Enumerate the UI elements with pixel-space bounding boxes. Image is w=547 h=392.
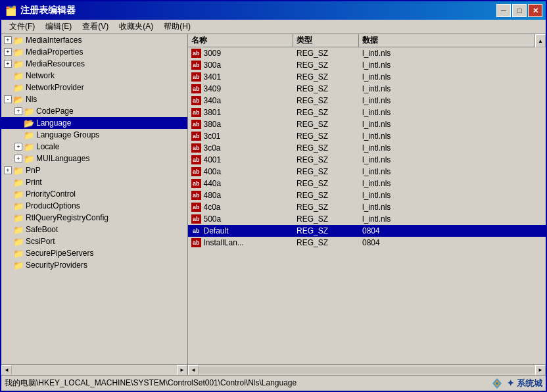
left-container: + 📁 MediaInterfaces + 📁 MediaProperties … <box>1 34 188 375</box>
expand-pnp[interactable]: + <box>4 166 12 174</box>
tree-item-secure-pipe[interactable]: 📁 SecurePipeServers <box>1 247 187 259</box>
scroll-right-btn[interactable]: ► <box>177 365 187 376</box>
reg-name: 4c0a <box>204 203 221 212</box>
reg-data: l_intl.nls <box>359 190 546 201</box>
menu-help[interactable]: 帮助(H) <box>158 20 196 34</box>
reg-row-4c0a[interactable]: ab4c0a REG_SZ l_intl.nls <box>188 201 546 213</box>
col-header-type: 类型 <box>293 34 359 47</box>
reg-row-3009[interactable]: ab3009 REG_SZ l_intl.nls <box>188 47 546 59</box>
reg-row-440a[interactable]: ab440a REG_SZ l_intl.nls <box>188 178 546 189</box>
menu-favorites[interactable]: 收藏夹(A) <box>114 20 158 34</box>
menu-bar: 文件(F) 编辑(E) 查看(V) 收藏夹(A) 帮助(H) <box>1 20 546 34</box>
reg-type: REG_SZ <box>293 237 359 248</box>
reg-data: l_intl.nls <box>359 95 546 106</box>
tree-item-security-providers[interactable]: 📁 SecurityProviders <box>1 259 187 271</box>
tree-item-codepage[interactable]: + 📁 CodePage <box>1 105 187 117</box>
reg-row-3409[interactable]: ab3409 REG_SZ l_intl.nls <box>188 83 546 95</box>
reg-data: l_intl.nls <box>359 84 546 94</box>
tree-item-muilanguages[interactable]: + 📁 MUILanguages <box>1 153 187 164</box>
col-header-name: 名称 <box>188 34 293 47</box>
tree-item-network-provider[interactable]: 📁 NetworkProvider <box>1 82 187 93</box>
reg-icon: ab <box>191 72 201 82</box>
tree-item-network[interactable]: 📁 Network <box>1 70 187 82</box>
tree-label: MUILanguages <box>36 154 89 163</box>
reg-row-3c01[interactable]: ab3c01 REG_SZ l_intl.nls <box>188 130 546 142</box>
tree-item-language[interactable]: 📂 Language <box>1 117 187 129</box>
close-button[interactable]: ✕ <box>528 4 542 17</box>
expand-locale[interactable]: + <box>14 143 22 151</box>
tree-item-locale[interactable]: + 📁 Locale <box>1 141 187 153</box>
scroll-left-btn[interactable]: ◄ <box>1 365 12 376</box>
reg-row-380a[interactable]: ab380a REG_SZ l_intl.nls <box>188 118 546 130</box>
folder-icon: 📁 <box>13 178 24 187</box>
tree-label: ProductOptions <box>26 201 80 210</box>
tree-item-rtl-query[interactable]: 📁 RtlQueryRegistryConfig <box>1 212 187 224</box>
menu-edit[interactable]: 编辑(E) <box>40 20 77 34</box>
tree-item-media-properties[interactable]: + 📁 MediaProperties <box>1 46 187 58</box>
reg-data: l_intl.nls <box>359 202 546 212</box>
scroll-left-right-btn[interactable]: ◄ <box>188 365 199 376</box>
tree-label: Locale <box>36 142 59 151</box>
right-hscroll[interactable]: ◄ ► <box>188 364 546 375</box>
window-controls: ─ □ ✕ <box>496 4 542 17</box>
reg-row-300a[interactable]: ab300a REG_SZ l_intl.nls <box>188 59 546 71</box>
reg-type: REG_SZ <box>293 95 359 106</box>
tree-item-media-interfaces[interactable]: + 📁 MediaInterfaces <box>1 34 187 46</box>
expand-media-resources[interactable]: + <box>4 60 12 68</box>
reg-type: REG_SZ <box>293 143 359 153</box>
folder-icon: 📁 <box>13 36 24 45</box>
reg-icon: ab <box>191 143 201 153</box>
tree-item-nls[interactable]: - 📂 Nls <box>1 93 187 105</box>
reg-row-installlan[interactable]: abInstallLan... REG_SZ 0804 <box>188 237 546 249</box>
tree-item-priority-control[interactable]: 📁 PriorityControl <box>1 188 187 200</box>
reg-row-default[interactable]: abDefault REG_SZ 0804 <box>188 225 546 237</box>
reg-icon: ab <box>191 84 201 93</box>
tree-item-pnp[interactable]: + 📁 PnP <box>1 164 187 176</box>
reg-row-3801[interactable]: ab3801 REG_SZ l_intl.nls <box>188 107 546 118</box>
menu-file[interactable]: 文件(F) <box>4 20 40 34</box>
reg-row-4001[interactable]: ab4001 REG_SZ l_intl.nls <box>188 154 546 166</box>
folder-icon: 📁 <box>13 166 24 176</box>
reg-data: l_intl.nls <box>359 143 546 153</box>
reg-row-400a[interactable]: ab400a REG_SZ l_intl.nls <box>188 166 546 178</box>
reg-row-340a[interactable]: ab340a REG_SZ l_intl.nls <box>188 95 546 107</box>
reg-icon: ab <box>191 120 201 129</box>
tree-item-language-groups[interactable]: 📁 Language Groups <box>1 129 187 141</box>
tree-item-safeboot[interactable]: 📁 SafeBoot <box>1 224 187 235</box>
tree-item-product-options[interactable]: 📁 ProductOptions <box>1 200 187 212</box>
reg-data: l_intl.nls <box>359 72 546 82</box>
reg-data: l_intl.nls <box>359 107 546 118</box>
reg-icon: ab <box>191 61 201 70</box>
tree-label: MediaInterfaces <box>26 36 82 45</box>
scroll-up-header-btn[interactable]: ▲ <box>535 34 546 47</box>
reg-row-500a[interactable]: ab500a REG_SZ l_intl.nls <box>188 213 546 225</box>
reg-row-3401[interactable]: ab3401 REG_SZ l_intl.nls <box>188 71 546 83</box>
tree-item-print[interactable]: 📁 Print <box>1 176 187 188</box>
reg-icon: ab <box>191 96 201 105</box>
expand-codepage[interactable]: + <box>14 107 22 115</box>
reg-name: 300a <box>204 61 222 70</box>
reg-row-480a[interactable]: ab480a REG_SZ l_intl.nls <box>188 189 546 201</box>
reg-row-3c0a[interactable]: ab3c0a REG_SZ l_intl.nls <box>188 142 546 154</box>
expand-media-properties[interactable]: + <box>4 48 12 56</box>
reg-icon: ab <box>191 214 201 224</box>
expand-muilanguages[interactable]: + <box>14 155 22 162</box>
menu-view[interactable]: 查看(V) <box>77 20 114 34</box>
logo-icon <box>489 377 505 390</box>
registry-list[interactable]: ab3009 REG_SZ l_intl.nls ab300a REG_SZ l… <box>188 47 546 364</box>
tree-item-scsiport[interactable]: 📁 ScsiPort <box>1 235 187 247</box>
expand-nls[interactable]: - <box>4 95 12 103</box>
expand-media-interfaces[interactable]: + <box>4 36 12 44</box>
tree-label: MediaProperties <box>26 47 83 57</box>
reg-type: REG_SZ <box>293 226 359 236</box>
reg-icon: ab <box>191 191 201 200</box>
scroll-right-right-btn[interactable]: ► <box>535 365 546 376</box>
minimize-button[interactable]: ─ <box>496 4 511 17</box>
left-hscroll[interactable]: ◄ ► <box>1 364 187 375</box>
tree-label: SecurePipeServers <box>26 249 93 258</box>
reg-name: 3c0a <box>204 143 221 153</box>
tree-view[interactable]: + 📁 MediaInterfaces + 📁 MediaProperties … <box>1 34 187 364</box>
tree-label: SafeBoot <box>26 225 58 234</box>
tree-item-media-resources[interactable]: + 📁 MediaResources <box>1 58 187 70</box>
restore-button[interactable]: □ <box>512 4 527 17</box>
